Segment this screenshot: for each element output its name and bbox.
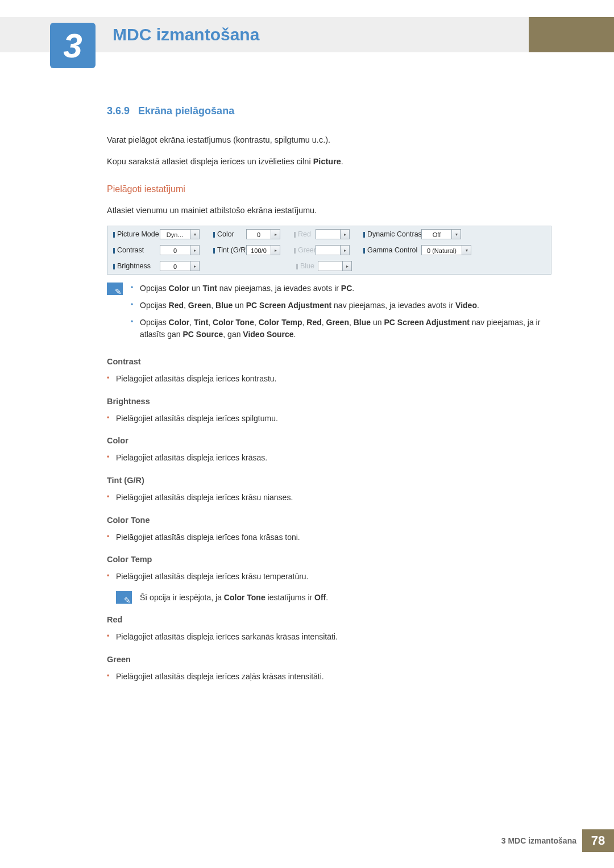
- dropdown-arrow-icon: ▾: [462, 245, 471, 255]
- color-label: Color: [208, 230, 246, 238]
- def-desc: Pielāgojiet atlasītās displeja ierīces k…: [107, 571, 551, 583]
- section-heading: 3.6.9 Ekrāna pielāgošana: [107, 105, 551, 117]
- def-desc: Pielāgojiet atlasītās displeja ierīces k…: [107, 492, 551, 504]
- green-stepper: ▸: [316, 245, 350, 255]
- def-title: Color Temp: [107, 555, 551, 564]
- green-value: [316, 245, 341, 255]
- def-color: Color Pielāgojiet atlasītās displeja ier…: [107, 436, 551, 464]
- intro-para-1: Varat pielāgot ekrāna iestatījumus (kont…: [107, 134, 551, 147]
- dropdown-arrow-icon: ▾: [452, 229, 461, 239]
- intro-para-2-bold: Picture: [313, 157, 341, 166]
- note-text-a: Šī opcija ir iespējota, ja: [140, 593, 224, 602]
- green-label: Green: [288, 246, 316, 254]
- color-temp-note: Šī opcija ir iespējota, ja Color Tone ie…: [116, 591, 551, 604]
- brightness-label: Brightness: [107, 262, 160, 270]
- def-contrast: Contrast Pielāgojiet atlasītās displeja …: [107, 357, 551, 385]
- blue-value: [318, 261, 343, 271]
- contrast-value: 0: [160, 245, 190, 255]
- note-item: Opcijas Color, Tint, Color Tone, Color T…: [131, 317, 551, 341]
- settings-panel: Picture Mode Dyn… ▾ Color 0 ▸ Red ▸ Dyna…: [107, 226, 551, 275]
- section-number: 3.6.9: [107, 105, 130, 117]
- content-area: 3.6.9 Ekrāna pielāgošana Varat pielāgot …: [107, 105, 551, 683]
- def-title: Contrast: [107, 357, 551, 366]
- brightness-stepper[interactable]: 0 ▸: [160, 261, 200, 271]
- custom-settings-heading: Pielāgoti iestatījumi: [107, 184, 551, 194]
- intro-para-2-a: Kopu sarakstā atlasiet displeja ierīces …: [107, 157, 313, 166]
- gamma-control-select[interactable]: 0 (Natural) ▾: [421, 245, 471, 255]
- note-text-b: Color Tone: [224, 593, 265, 602]
- def-title: Color: [107, 436, 551, 445]
- chapter-number-badge: 3: [50, 23, 96, 68]
- red-label: Red: [288, 230, 316, 238]
- header-right-block: [529, 17, 614, 52]
- red-stepper: ▸: [316, 229, 350, 239]
- def-title: Brightness: [107, 397, 551, 406]
- dynamic-contrast-label: Dynamic Contrast: [358, 230, 421, 238]
- contrast-stepper[interactable]: 0 ▸: [160, 245, 200, 255]
- color-temp-note-text: Šī opcija ir iespējota, ja Color Tone ie…: [140, 593, 328, 602]
- stepper-arrow-icon: ▸: [341, 245, 350, 255]
- tint-label: Tint (G/R): [208, 246, 246, 254]
- def-tint: Tint (G/R) Pielāgojiet atlasītās displej…: [107, 476, 551, 504]
- def-title: Red: [107, 615, 551, 624]
- intro-para-2: Kopu sarakstā atlasiet displeja ierīces …: [107, 156, 551, 168]
- stepper-arrow-icon: ▸: [271, 245, 280, 255]
- picture-mode-label: Picture Mode: [107, 230, 160, 238]
- section-title: Ekrāna pielāgošana: [138, 105, 234, 117]
- gamma-control-value: 0 (Natural): [421, 245, 462, 255]
- dynamic-contrast-value: Off: [421, 229, 452, 239]
- stepper-arrow-icon: ▸: [343, 261, 352, 271]
- def-title: Green: [107, 655, 551, 664]
- def-color-temp: Color Temp Pielāgojiet atlasītās displej…: [107, 555, 551, 604]
- page-number: 78: [582, 829, 614, 852]
- header-left-block: [0, 17, 50, 52]
- tint-stepper[interactable]: 100/0 ▸: [246, 245, 280, 255]
- def-green: Green Pielāgojiet atlasītās displeja ier…: [107, 655, 551, 683]
- picture-mode-value: Dyn…: [160, 229, 190, 239]
- gamma-control-label: Gamma Control: [358, 246, 421, 254]
- panel-row-2: Contrast 0 ▸ Tint (G/R) 100/0 ▸ Green ▸ …: [107, 242, 551, 258]
- def-brightness: Brightness Pielāgojiet atlasītās displej…: [107, 397, 551, 425]
- def-desc: Pielāgojiet atlasītās displeja ierīces k…: [107, 373, 551, 385]
- note-text-d: Off: [314, 593, 326, 602]
- tint-value: 100/0: [246, 245, 271, 255]
- custom-settings-lead: Atlasiet vienumu un mainiet atbilstošo e…: [107, 205, 551, 217]
- note-item: Opcijas Color un Tint nav pieejamas, ja …: [131, 283, 551, 295]
- chapter-title: MDC izmantošana: [113, 25, 259, 44]
- color-stepper[interactable]: 0 ▸: [246, 229, 280, 239]
- brightness-value: 0: [160, 261, 190, 271]
- note-text-e: .: [326, 593, 328, 602]
- intro-para-2-c: .: [341, 157, 343, 166]
- color-value: 0: [246, 229, 271, 239]
- def-desc: Pielāgojiet atlasītās displeja ierīces s…: [107, 631, 551, 643]
- def-title: Color Tone: [107, 516, 551, 525]
- def-desc: Pielāgojiet atlasītās displeja ierīces s…: [107, 413, 551, 425]
- panel-row-3: Brightness 0 ▸ Blue ▸: [107, 258, 551, 274]
- header-mid: MDC izmantošana: [50, 17, 529, 52]
- stepper-arrow-icon: ▸: [271, 229, 280, 239]
- dropdown-arrow-icon: ▾: [190, 229, 200, 239]
- note-text-c: iestatījums ir: [265, 593, 314, 602]
- blue-stepper: ▸: [318, 261, 352, 271]
- def-red: Red Pielāgojiet atlasītās displeja ierīc…: [107, 615, 551, 643]
- panel-row-1: Picture Mode Dyn… ▾ Color 0 ▸ Red ▸ Dyna…: [107, 226, 551, 242]
- def-title: Tint (G/R): [107, 476, 551, 485]
- note-item: Opcijas Red, Green, Blue un PC Screen Ad…: [131, 300, 551, 312]
- footer-text: 3 MDC izmantošana: [501, 836, 576, 845]
- def-desc: Pielāgojiet atlasītās displeja ierīces f…: [107, 531, 551, 544]
- contrast-label: Contrast: [107, 246, 160, 254]
- stepper-arrow-icon: ▸: [190, 245, 200, 255]
- picture-mode-select[interactable]: Dyn… ▾: [160, 229, 200, 239]
- def-color-tone: Color Tone Pielāgojiet atlasītās displej…: [107, 516, 551, 544]
- def-desc: Pielāgojiet atlasītās displeja ierīces z…: [107, 671, 551, 683]
- red-value: [316, 229, 341, 239]
- dynamic-contrast-select[interactable]: Off ▾: [421, 229, 461, 239]
- page-footer: 3 MDC izmantošana 78: [501, 829, 614, 852]
- blue-label: Blue: [291, 262, 318, 270]
- notes-list: Opcijas Color un Tint nav pieejamas, ja …: [131, 283, 551, 346]
- page-header: 3 MDC izmantošana: [0, 17, 614, 52]
- notes-block: Opcijas Color un Tint nav pieejamas, ja …: [107, 283, 551, 346]
- note-icon: [107, 283, 123, 295]
- stepper-arrow-icon: ▸: [341, 229, 350, 239]
- note-icon: [116, 591, 132, 604]
